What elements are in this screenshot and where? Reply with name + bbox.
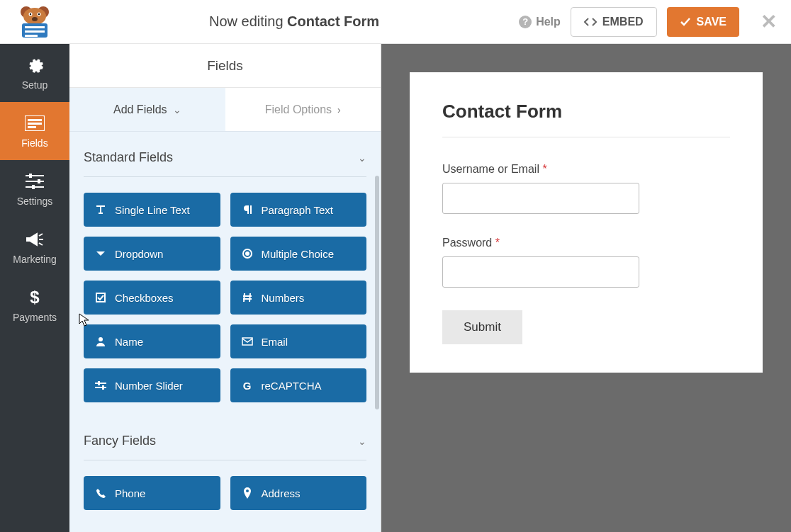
sidebar-label: Setup <box>22 79 48 91</box>
standard-field-grid: Single Line Text Paragraph Text Dropdown… <box>84 193 366 402</box>
gear-icon <box>25 55 45 75</box>
svg-rect-13 <box>28 119 42 121</box>
sidebar-item-payments[interactable]: $ Payments <box>0 276 69 334</box>
panel-tabs: Add Fields ⌄ Field Options › <box>69 88 381 132</box>
dollar-icon: $ <box>25 288 45 307</box>
svg-rect-27 <box>242 338 252 345</box>
field-numbers[interactable]: Numbers <box>230 281 367 315</box>
top-bar: Now editing Contact Form ? Help EMBED SA… <box>0 0 791 44</box>
section-fancy-fields[interactable]: Fancy Fields ⌄ <box>84 409 366 460</box>
svg-point-4 <box>30 13 31 14</box>
form-field-password[interactable]: Password * <box>442 237 730 288</box>
section-title: Fancy Fields <box>84 434 156 448</box>
tab-label: Field Options <box>265 103 332 116</box>
chevron-down-icon: ⌄ <box>358 152 366 164</box>
pin-icon <box>242 487 253 499</box>
form-title: Contact Form <box>442 101 730 123</box>
sidebar-item-setup[interactable]: Setup <box>0 44 69 102</box>
close-button[interactable]: ✕ <box>753 10 791 33</box>
form-card: Contact Form Username or Email * Passwor… <box>410 72 763 373</box>
sidebar-item-settings[interactable]: Settings <box>0 160 69 218</box>
fields-icon <box>25 113 45 133</box>
form-field-username[interactable]: Username or Email * <box>442 163 730 214</box>
sidebar-item-fields[interactable]: Fields <box>0 102 69 160</box>
field-label: Numbers <box>262 292 305 304</box>
field-label: reCAPTCHA <box>262 380 322 392</box>
field-number-slider[interactable]: Number Slider <box>84 368 220 402</box>
code-icon <box>584 17 597 27</box>
panel-title: Fields <box>69 44 381 88</box>
sidebar-item-marketing[interactable]: Marketing <box>0 218 69 276</box>
svg-rect-28 <box>95 383 106 384</box>
field-paragraph-text[interactable]: Paragraph Text <box>230 193 367 227</box>
slider-icon <box>95 380 106 391</box>
svg-rect-9 <box>25 26 45 28</box>
field-phone[interactable]: Phone <box>84 476 220 510</box>
chevron-down-icon: ⌄ <box>358 436 366 447</box>
sliders-icon <box>25 171 45 191</box>
svg-rect-15 <box>28 126 36 128</box>
svg-text:$: $ <box>30 288 40 307</box>
field-single-line-text[interactable]: Single Line Text <box>84 193 220 227</box>
field-name[interactable]: Name <box>84 324 220 358</box>
help-link[interactable]: ? Help <box>519 16 561 28</box>
editing-prefix: Now editing <box>209 13 287 29</box>
bullhorn-icon <box>25 230 45 249</box>
phone-icon <box>95 487 106 499</box>
field-checkboxes[interactable]: Checkboxes <box>84 281 220 315</box>
fancy-field-grid: Phone Address <box>84 476 366 510</box>
username-input[interactable] <box>442 183 639 214</box>
embed-button[interactable]: EMBED <box>571 7 657 37</box>
svg-rect-25 <box>96 293 105 302</box>
envelope-icon <box>242 336 253 347</box>
panel-body: Standard Fields ⌄ Single Line Text Parag… <box>69 132 381 532</box>
field-label: Checkboxes <box>115 292 174 304</box>
tab-label: Add Fields <box>113 103 167 116</box>
svg-rect-10 <box>25 30 45 33</box>
form-preview: Contact Form Username or Email * Passwor… <box>381 44 791 532</box>
svg-point-26 <box>99 337 103 341</box>
field-multiple-choice[interactable]: Multiple Choice <box>230 237 367 271</box>
svg-rect-29 <box>95 387 106 388</box>
wpforms-logo-icon <box>13 5 56 39</box>
field-label: Phone <box>115 487 145 499</box>
svg-rect-17 <box>26 181 44 182</box>
svg-point-2 <box>23 8 46 25</box>
field-recaptcha[interactable]: GreCAPTCHA <box>230 368 367 402</box>
tab-add-fields[interactable]: Add Fields ⌄ <box>69 88 225 131</box>
field-address[interactable]: Address <box>230 476 367 510</box>
embed-label: EMBED <box>602 16 644 28</box>
submit-button[interactable]: Submit <box>442 310 522 344</box>
field-email[interactable]: Email <box>230 324 367 358</box>
field-label: Paragraph Text <box>262 204 333 216</box>
sidebar-label: Marketing <box>13 254 56 265</box>
svg-point-24 <box>245 251 249 256</box>
required-asterisk: * <box>542 163 546 175</box>
check-icon <box>680 17 691 27</box>
top-actions: ? Help EMBED SAVE <box>519 7 753 37</box>
divider <box>84 176 366 177</box>
svg-rect-19 <box>29 174 32 178</box>
paragraph-icon <box>242 204 253 215</box>
field-label: Name <box>115 336 143 348</box>
help-icon: ? <box>519 16 532 28</box>
help-label: Help <box>536 16 561 28</box>
svg-rect-30 <box>98 381 100 385</box>
field-label: Password * <box>442 237 730 249</box>
field-label: Dropdown <box>115 248 163 260</box>
text-icon <box>95 204 106 215</box>
field-label: Username or Email * <box>442 163 730 176</box>
field-dropdown[interactable]: Dropdown <box>84 237 220 271</box>
save-label: SAVE <box>697 16 727 28</box>
scrollbar[interactable] <box>375 176 379 409</box>
sidebar-label: Payments <box>13 312 57 323</box>
editing-title: Now editing Contact Form <box>69 13 519 30</box>
google-icon: G <box>242 380 253 391</box>
save-button[interactable]: SAVE <box>667 7 739 37</box>
chevron-right-icon: › <box>337 104 341 115</box>
tab-field-options[interactable]: Field Options › <box>225 88 381 131</box>
svg-point-6 <box>38 13 40 14</box>
password-input[interactable] <box>442 256 639 288</box>
checkbox-icon <box>95 292 106 303</box>
section-standard-fields[interactable]: Standard Fields ⌄ <box>84 132 366 176</box>
